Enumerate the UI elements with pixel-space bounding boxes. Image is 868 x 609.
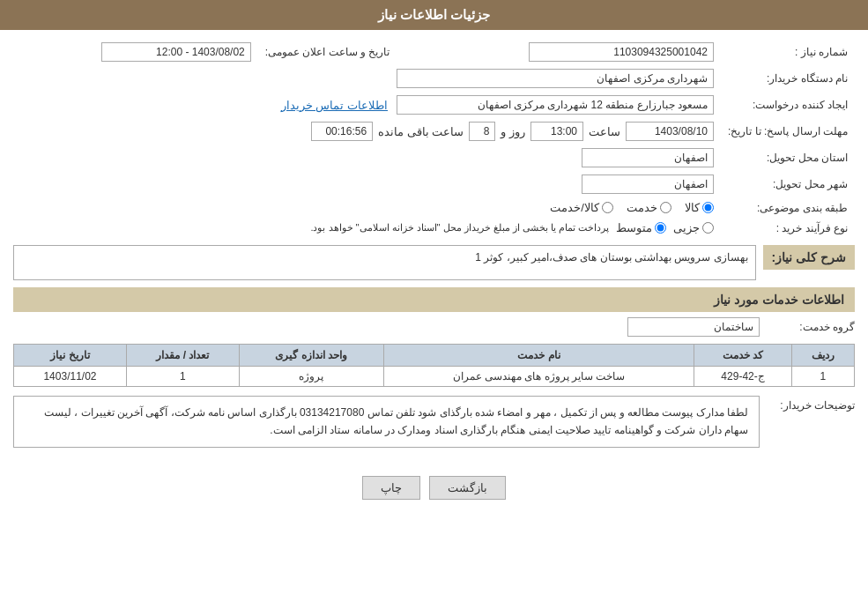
deadline-remaining-input[interactable] — [311, 122, 373, 141]
need-desc-text: بهسازی سرویس بهداشتی بوستان های صدف،امیر… — [475, 251, 747, 264]
purchase-type-cell: جزیی متوسط پرداخت تمام یا بخشی از مبلغ خ… — [13, 218, 721, 238]
creator-label: ایجاد کننده درخواست: — [721, 92, 855, 118]
cell-quantity: 1 — [126, 367, 239, 387]
category-label: طبقه بندی موضوعی: — [721, 197, 855, 218]
need-number-input[interactable] — [529, 42, 714, 62]
purchase-option-jozi[interactable]: جزیی — [673, 221, 714, 234]
col-header-unit: واحد اندازه گیری — [239, 345, 383, 367]
purchase-note: پرداخت تمام یا بخشی از مبلغ خریداز محل "… — [310, 222, 609, 234]
province-label: استان محل تحویل: — [721, 145, 855, 171]
contact-link[interactable]: اطلاعات تماس خریدار — [281, 99, 388, 112]
main-info-table: شماره نیاز : تاریخ و ساعت اعلان عمومی: ن… — [13, 39, 855, 238]
announce-date-label: تاریخ و ساعت اعلان عمومی: — [258, 39, 397, 65]
back-button[interactable]: بازگشت — [429, 476, 506, 500]
province-input[interactable] — [582, 148, 714, 167]
services-title: اطلاعات خدمات مورد نیاز — [714, 293, 844, 307]
button-row: بازگشت چاپ — [13, 467, 855, 513]
need-desc-box: بهسازی سرویس بهداشتی بوستان های صدف،امیر… — [13, 245, 756, 280]
group-service-row: گروه خدمت: — [13, 317, 855, 337]
creator-cell: اطلاعات تماس خریدار — [13, 92, 721, 118]
buyer-name-cell — [13, 65, 721, 92]
buyer-notes-text: لطفا مدارک پیوست مطالعه و پس از تکمیل ، … — [44, 406, 748, 436]
deadline-cell: ساعت روز و ساعت باقی مانده — [13, 118, 721, 145]
page-header: جزئیات اطلاعات نیاز — [0, 0, 868, 30]
announce-date-cell — [13, 39, 258, 65]
need-number-cell — [423, 39, 721, 65]
need-desc-section-header: شرح کلی نیاز: — [763, 245, 855, 270]
buyer-notes-content: لطفا مدارک پیوست مطالعه و پس از تکمیل ، … — [13, 396, 760, 458]
deadline-time-input[interactable] — [530, 122, 583, 141]
deadline-time-label: ساعت — [589, 125, 620, 138]
cell-row-num: 1 — [791, 367, 854, 387]
print-button[interactable]: چاپ — [362, 476, 420, 500]
col-header-need-date: تاریخ نیاز — [14, 345, 127, 367]
category-option-khedmat[interactable]: خدمت — [627, 201, 671, 214]
col-header-service-code: کد خدمت — [694, 345, 791, 367]
buyer-name-label: نام دستگاه خریدار: — [721, 65, 855, 92]
city-input[interactable] — [582, 175, 714, 194]
purchase-type-label: نوع فرآیند خرید : — [721, 218, 855, 238]
category-option-kala[interactable]: کالا — [685, 201, 714, 214]
deadline-remaining-label: ساعت باقی مانده — [378, 125, 464, 138]
col-header-service-name: نام خدمت — [383, 345, 694, 367]
announce-date-input[interactable] — [101, 42, 251, 62]
need-desc-label: شرح کلی نیاز: — [772, 250, 846, 264]
buyer-name-input[interactable] — [397, 69, 714, 88]
table-row: 1 ج-42-429 ساخت سایر پروژه های مهندسی عم… — [14, 367, 855, 387]
col-header-row-num: ردیف — [791, 345, 854, 367]
cell-service-code: ج-42-429 — [694, 367, 791, 387]
cell-service-name: ساخت سایر پروژه های مهندسی عمران — [383, 367, 694, 387]
need-number-label: شماره نیاز : — [721, 39, 855, 65]
deadline-label: مهلت ارسال پاسخ: تا تاریخ: — [721, 118, 855, 145]
need-desc-row: شرح کلی نیاز: بهسازی سرویس بهداشتی بوستا… — [13, 245, 855, 280]
category-option-kala-khedmat[interactable]: کالا/خدمت — [550, 201, 613, 214]
buyer-notes-label: توضیحات خریدار: — [767, 396, 855, 412]
city-cell — [13, 171, 721, 197]
category-cell: کالا خدمت کالا/خدمت — [13, 197, 721, 218]
buyer-notes-row: توضیحات خریدار: لطفا مدارک پیوست مطالعه … — [13, 396, 855, 458]
city-label: شهر محل تحویل: — [721, 171, 855, 197]
need-desc-content: بهسازی سرویس بهداشتی بوستان های صدف،امیر… — [13, 245, 756, 280]
deadline-date-input[interactable] — [626, 122, 714, 141]
col-header-quantity: تعداد / مقدار — [126, 345, 239, 367]
cell-need-date: 1403/11/02 — [14, 367, 127, 387]
group-input[interactable] — [627, 317, 760, 337]
deadline-days-label: روز و — [501, 125, 525, 138]
services-table: ردیف کد خدمت نام خدمت واحد اندازه گیری ت… — [13, 344, 855, 387]
page-title: جزئیات اطلاعات نیاز — [378, 7, 490, 22]
group-label: گروه خدمت: — [767, 321, 855, 333]
deadline-days-input[interactable] — [469, 122, 495, 141]
creator-input[interactable] — [397, 95, 714, 115]
province-cell — [13, 145, 721, 171]
services-section-header: اطلاعات خدمات مورد نیاز — [13, 287, 855, 312]
buyer-notes-box: لطفا مدارک پیوست مطالعه و پس از تکمیل ، … — [13, 396, 760, 448]
purchase-option-motavasset[interactable]: متوسط — [616, 221, 666, 234]
cell-unit: پروژه — [239, 367, 383, 387]
